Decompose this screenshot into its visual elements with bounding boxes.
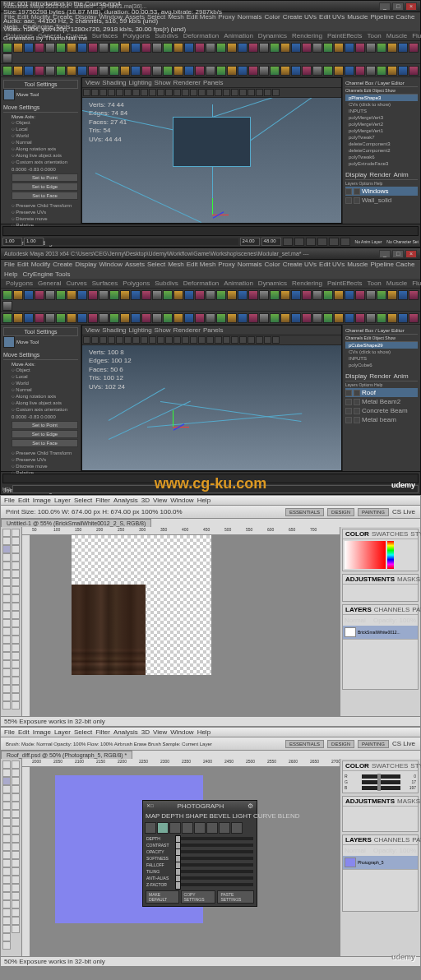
channel-item[interactable]: INPUTS [345, 108, 418, 114]
mode-painting[interactable]: PAINTING [358, 508, 389, 516]
shelf-icon[interactable] [141, 43, 151, 53]
ps-tool[interactable] [12, 785, 20, 793]
photo-slider[interactable]: Z-FACTOR [143, 881, 257, 888]
shelf-icon[interactable] [45, 290, 55, 300]
min-btn[interactable]: _ [379, 2, 391, 11]
shelf-icon[interactable] [206, 43, 215, 53]
ps-menu-item[interactable]: File [4, 728, 15, 736]
viewport-canvas[interactable]: Verts: 100 8Edges: 100 12Faces: 50 6Tris… [82, 345, 341, 470]
shelf-icon[interactable] [56, 290, 66, 300]
shelf-icon[interactable] [248, 43, 258, 53]
menu-item[interactable]: Edit [17, 13, 29, 21]
layer-tab[interactable]: Render [369, 171, 391, 178]
mode-design[interactable]: DESIGN [327, 740, 354, 748]
ps-tool[interactable] [12, 611, 20, 619]
menu-item[interactable]: Assets [125, 261, 145, 268]
ps-menu-item[interactable]: Edit [18, 497, 30, 504]
menu-item[interactable]: File [4, 261, 15, 268]
shelf-tab[interactable]: Dynamics [257, 280, 289, 287]
shelf-tab[interactable]: Toon [365, 32, 382, 39]
shelf-tab[interactable]: Toon [365, 280, 382, 287]
vp-icon[interactable] [165, 336, 173, 344]
shelf-tab[interactable]: Surfaces [90, 32, 120, 39]
menu-item[interactable]: CryEngine Tools [22, 270, 70, 278]
vp-icon[interactable] [182, 89, 189, 96]
ps-menu-item[interactable]: 3D [141, 728, 150, 736]
ps-tool[interactable] [12, 867, 20, 876]
vp-icon[interactable] [149, 336, 156, 344]
ps-menu-item[interactable]: Edit [18, 728, 30, 736]
shelf-icon[interactable] [387, 313, 397, 323]
color-tab[interactable]: COLOR [345, 762, 369, 770]
ps-tool[interactable] [2, 785, 11, 793]
channel-item[interactable]: polyCube6 [345, 362, 418, 368]
cslive-label[interactable]: CS Live [392, 508, 415, 515]
shelf-icon[interactable] [206, 66, 215, 76]
shelf-icon[interactable] [259, 313, 269, 323]
tl-start[interactable]: 1.00 [2, 238, 22, 246]
maya-titlebar[interactable]: Autodesk Maya 2013 x64 - untitled* ...pP… [1, 1, 420, 12]
menu-item[interactable]: Edit Mesh [187, 13, 216, 21]
shelf-icon[interactable] [248, 313, 258, 323]
layer-tabs[interactable]: DisplayRenderAnim [345, 372, 418, 381]
masks-tab[interactable]: MASKS [397, 797, 420, 805]
menu-item[interactable]: File [4, 13, 15, 21]
shelf-icon[interactable] [24, 313, 34, 323]
ps-tool[interactable] [2, 834, 11, 843]
layer-row[interactable]: BrickSmallWhite0012... [343, 626, 418, 640]
timeline-ruler[interactable] [2, 474, 419, 483]
ps-doc-tab[interactable]: Roof_diff.psd @ 50% (Photograph_5, RGB/8… [1, 751, 132, 759]
ps-tool[interactable] [12, 777, 20, 785]
shelf-tab[interactable]: Muscle [385, 32, 409, 39]
shelf-icon[interactable] [77, 43, 87, 53]
checkbox-option[interactable]: Preserve UVs [12, 456, 78, 463]
ps-menu-item[interactable]: Image [33, 728, 51, 736]
vp-icon[interactable] [272, 336, 280, 344]
radio-option[interactable]: Local [12, 373, 78, 380]
photograph-panel[interactable]: ✕□PHOTOGRAPH⚙ MAPDEPTHSHAPEBEVELLIGHTCUR… [142, 800, 257, 907]
shelf-icon[interactable] [302, 43, 312, 53]
menu-item[interactable]: Modify [31, 13, 51, 21]
menu-item[interactable]: Normals [238, 13, 262, 21]
ps-tool[interactable] [12, 644, 20, 652]
play-back-icon[interactable] [306, 238, 316, 246]
ps-tool[interactable] [2, 925, 11, 933]
ps-tool[interactable] [12, 802, 20, 810]
ps-tool[interactable] [12, 603, 20, 611]
vp-icon[interactable] [108, 89, 115, 96]
menu-item[interactable]: Muscle [347, 261, 368, 268]
shelf-icon[interactable] [67, 43, 76, 53]
shelf-icon[interactable] [77, 66, 87, 76]
shelf-icon[interactable] [56, 66, 66, 76]
shelf-tab[interactable]: Animation [222, 32, 255, 39]
photo-slider[interactable]: ANTI-ALIAS [143, 875, 257, 881]
ps-tool[interactable] [12, 660, 20, 668]
ps-menu-item[interactable]: View [153, 728, 167, 736]
vp-icon[interactable] [198, 336, 206, 344]
ps-tool[interactable] [12, 668, 20, 677]
shelf-icon[interactable] [24, 43, 34, 53]
shelf-icon[interactable] [45, 66, 55, 76]
shelf-icon[interactable] [131, 66, 141, 76]
shelf-icon[interactable] [227, 290, 237, 300]
ps-tool[interactable] [2, 537, 11, 545]
vp-icon[interactable] [248, 89, 255, 96]
shelf-icon[interactable] [2, 53, 12, 63]
ps-tool[interactable] [12, 701, 20, 710]
ps-canvas[interactable]: 2000205021002150220022502300235024002450… [22, 759, 340, 956]
shelf-icon[interactable] [184, 43, 194, 53]
channel-item[interactable]: CVs (click to show) [345, 101, 418, 108]
ps-tool[interactable] [2, 760, 11, 769]
vp-icon[interactable] [141, 89, 148, 96]
step-fwd-icon[interactable] [329, 238, 339, 246]
vp-icon[interactable] [99, 89, 107, 96]
shelf-icon[interactable] [173, 313, 183, 323]
layer-tab[interactable]: Anim [393, 372, 408, 380]
ps-menu-item[interactable]: Analysis [113, 497, 138, 504]
shelf-icon[interactable] [13, 313, 23, 323]
ps-menu-item[interactable]: Layer [54, 728, 71, 736]
shelf-icon[interactable] [206, 313, 215, 323]
ps-tool[interactable] [2, 677, 11, 685]
ps-menu-item[interactable]: Image [33, 497, 51, 504]
shelf-icon[interactable] [195, 313, 205, 323]
